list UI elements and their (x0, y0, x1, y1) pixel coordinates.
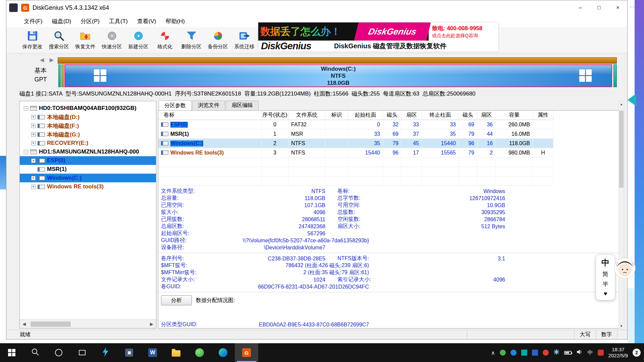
disk-header-bar[interactable] (58, 57, 617, 64)
scroll-right-arrow[interactable]: ▶ (147, 321, 156, 326)
tab-sector-edit[interactable]: 扇区编辑 (226, 101, 259, 110)
taskbar-app-diskgenius-active[interactable]: G (235, 343, 258, 362)
next-disk-arrow[interactable]: ▶ (50, 57, 56, 63)
tray-snowflake-icon[interactable] (553, 349, 559, 356)
menu-help[interactable]: 帮助(H) (161, 17, 190, 25)
partition-row-windows-c-selected[interactable]: Windows(C:) 2NTFS357945154409616118.0GB (158, 139, 553, 148)
maximize-button[interactable]: □ (590, 0, 608, 15)
scroll-down-arrow[interactable]: ▼ (619, 323, 624, 329)
scroll-up-arrow[interactable]: ▲ (619, 101, 624, 107)
show-hidden-icons-button[interactable]: ∧ (491, 350, 495, 356)
tray-netease-icon[interactable] (543, 350, 549, 356)
tab-partition-params[interactable]: 分区参数 (159, 100, 192, 111)
cortana-button[interactable] (47, 343, 70, 362)
column-header[interactable]: 扇区 (477, 111, 496, 120)
ime-simplified[interactable]: 简 (602, 270, 608, 278)
pinned-app-word[interactable]: W (141, 343, 164, 362)
column-header[interactable]: 文件系统 (288, 111, 325, 120)
scrollbar-thumb[interactable] (619, 111, 624, 188)
action-center-badge[interactable]: 2 (633, 349, 641, 357)
taskbar-clock[interactable]: 18:37 2022/5/9 (608, 347, 628, 359)
msr-partition-block[interactable] (61, 64, 64, 87)
expand-icon[interactable]: + (31, 124, 36, 128)
ime-halfwidth[interactable]: 半 (602, 280, 608, 288)
tree-item-hd0[interactable]: -HD0:TOSHIBAMQ04ABF100(932GB) (20, 104, 156, 113)
partition-row-windows-re[interactable]: Windows RE tools(3) 3NTFS154409617155657… (158, 148, 553, 158)
prev-disk-arrow[interactable]: ◀ (40, 57, 46, 63)
menu-disk[interactable]: 磁盘(D) (47, 17, 76, 25)
column-header[interactable]: 磁头 (459, 111, 477, 120)
collapse-icon[interactable]: - (24, 150, 28, 154)
tree-item-hd1[interactable]: -HD1:SAMSUNGMZNLN128HAHQ-000 (20, 147, 156, 156)
more-icon[interactable]: ··· (630, 3, 638, 10)
ime-favorite-icon[interactable]: ♥ (604, 290, 607, 297)
tray-sync-icon[interactable] (511, 350, 517, 356)
ime-status-widget[interactable]: 中 简 半 ♥ (596, 254, 636, 300)
save-changes-button[interactable]: 保存更改 (19, 28, 46, 52)
ad-banner[interactable]: 数据丢了怎么办！ DiskGenius 致电: 400-008-9958 或点击… (258, 22, 498, 52)
taskbar-search-button[interactable] (23, 343, 47, 362)
collapse-icon[interactable]: - (24, 106, 28, 111)
quick-partition-button[interactable]: 快速分区 (99, 28, 125, 52)
expand-icon[interactable]: + (31, 185, 36, 189)
pinned-app-edge[interactable] (211, 343, 235, 362)
battery-icon[interactable] (564, 351, 572, 355)
ad-qq-link[interactable]: 或点击此处选择Q咨询 (432, 33, 498, 39)
backup-partition-button[interactable]: 备份分区 (205, 28, 231, 52)
expand-icon[interactable]: + (31, 132, 36, 137)
expand-icon[interactable]: + (31, 115, 36, 119)
horizontal-scrollbar[interactable]: ◀ ▶ (20, 319, 156, 328)
esp-partition-block[interactable] (58, 64, 61, 87)
task-view-button[interactable] (70, 343, 94, 362)
menu-view[interactable]: 查看(V) (132, 17, 161, 25)
tree-item-windows-c[interactable]: +Windows(C:) (20, 174, 156, 182)
column-header[interactable]: 标识 (325, 111, 348, 120)
volume-icon[interactable] (576, 349, 583, 356)
column-header[interactable]: 终止柱面 (422, 111, 459, 120)
tree-item-local-g[interactable]: +本地磁盘(G:) (20, 130, 156, 139)
expand-icon[interactable]: + (31, 141, 36, 145)
tree-item-windows-re[interactable]: +Windows RE tools(3) (20, 182, 156, 191)
ime-indicator[interactable]: 中 (588, 349, 593, 356)
tree-item-local-f[interactable]: +本地磁盘(F:) (20, 121, 156, 130)
recovery-partition-block[interactable] (613, 64, 617, 87)
tree-item-local-d[interactable]: +本地磁盘(D:) (20, 113, 156, 121)
partition-row-esp[interactable]: ESP(0) 0FAT3203233336936260.0MB (158, 120, 553, 129)
tray-teamviewer-icon[interactable] (521, 350, 527, 356)
tree-item-recovery-e[interactable]: +RECOVERY(E:) (20, 139, 156, 147)
tab-browse-files[interactable]: 浏览文件 (192, 101, 225, 110)
scrollbar-thumb[interactable] (31, 321, 71, 327)
delete-partition-button[interactable]: 删除分区 (178, 28, 205, 52)
format-button[interactable]: 格式化 (152, 28, 178, 52)
pinned-app-flash-tool[interactable] (94, 343, 117, 362)
column-header[interactable]: 序号(状态) (262, 111, 288, 120)
pinned-app-browser-360[interactable] (188, 343, 211, 362)
tree-item-msr[interactable]: MSR(1) (20, 165, 156, 174)
tray-security-icon[interactable] (500, 350, 506, 356)
scroll-left-arrow[interactable]: ◀ (20, 321, 29, 326)
menu-partition[interactable]: 分区(P) (76, 17, 104, 25)
minimize-button[interactable]: – (571, 0, 590, 15)
system-migration-button[interactable]: 系统迁移 (231, 28, 258, 52)
close-button[interactable]: × (608, 0, 627, 15)
analyze-button[interactable]: 分析 (161, 295, 192, 305)
resize-grip[interactable] (617, 330, 627, 339)
start-button[interactable] (0, 343, 23, 362)
column-header[interactable]: 容量 (496, 111, 533, 120)
windows-c-partition-block[interactable]: Windows(C:) NTFS 118.0GB (64, 64, 612, 87)
column-header[interactable]: 属性 (533, 111, 553, 120)
pinned-app-file-explorer[interactable] (164, 343, 188, 362)
column-header[interactable]: 起始柱面 (348, 111, 383, 120)
column-header[interactable]: 卷标 (158, 111, 262, 120)
column-header[interactable]: 扇区 (401, 111, 422, 120)
pinned-app-snip-tool[interactable] (117, 343, 141, 362)
expand-icon[interactable]: + (31, 159, 36, 163)
tree-item-esp[interactable]: +ESP(0) (20, 156, 156, 165)
tray-qq-icon[interactable] (532, 350, 538, 356)
recover-files-button[interactable]: 恢复文件 (72, 28, 99, 52)
new-partition-button[interactable]: 新建分区 (125, 28, 152, 52)
partition-row-msr[interactable]: MSR(1) 1MSR33693735794416.0MB (158, 129, 553, 139)
menu-tools[interactable]: 工具(T) (104, 17, 132, 25)
tray-sogou-icon[interactable] (598, 350, 604, 356)
search-partition-button[interactable]: 搜索分区 (46, 28, 72, 52)
